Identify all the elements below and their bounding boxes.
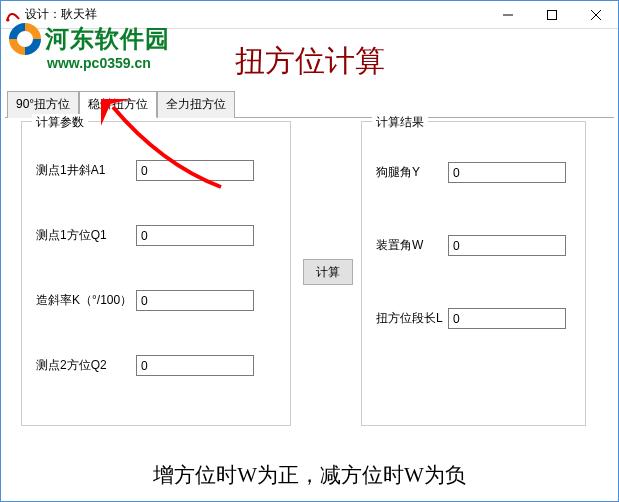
label-a1: 测点1井斜A1 — [36, 162, 136, 179]
label-y: 狗腿角Y — [376, 164, 448, 181]
label-l: 扭方位段长L — [376, 310, 448, 327]
window-controls — [486, 1, 618, 29]
page-title: 扭方位计算 — [1, 41, 618, 82]
tab-stable-tilt[interactable]: 稳斜扭方位 — [79, 91, 157, 118]
minimize-icon — [503, 10, 513, 20]
label-q2: 测点2方位Q2 — [36, 357, 136, 374]
close-icon — [591, 10, 601, 20]
close-button[interactable] — [574, 1, 618, 29]
minimize-button[interactable] — [486, 1, 530, 29]
maximize-button[interactable] — [530, 1, 574, 29]
params-group: 计算参数 测点1井斜A1 测点1方位Q1 造斜率K（°/100） 测点2方位Q2 — [21, 121, 291, 426]
app-icon — [5, 7, 21, 23]
tab-bar: 90°扭方位 稳斜扭方位 全力扭方位 — [5, 90, 614, 118]
svg-rect-2 — [548, 11, 557, 20]
output-w[interactable] — [448, 235, 566, 256]
label-q1: 测点1方位Q1 — [36, 227, 136, 244]
svg-point-0 — [7, 18, 10, 21]
input-q1[interactable] — [136, 225, 254, 246]
input-q2[interactable] — [136, 355, 254, 376]
params-legend: 计算参数 — [32, 114, 88, 131]
output-l[interactable] — [448, 308, 566, 329]
results-legend: 计算结果 — [372, 114, 428, 131]
maximize-icon — [547, 10, 557, 20]
window-title: 设计：耿天祥 — [25, 6, 97, 23]
label-k: 造斜率K（°/100） — [36, 292, 136, 309]
output-y[interactable] — [448, 162, 566, 183]
input-k[interactable] — [136, 290, 254, 311]
title-bar: 设计：耿天祥 — [1, 1, 618, 29]
footer-note: 增方位时W为正，减方位时W为负 — [1, 461, 618, 489]
calculate-button[interactable]: 计算 — [303, 259, 353, 285]
input-a1[interactable] — [136, 160, 254, 181]
results-group: 计算结果 狗腿角Y 装置角W 扭方位段长L — [361, 121, 586, 426]
tab-full-force[interactable]: 全力扭方位 — [157, 91, 235, 118]
label-w: 装置角W — [376, 237, 448, 254]
